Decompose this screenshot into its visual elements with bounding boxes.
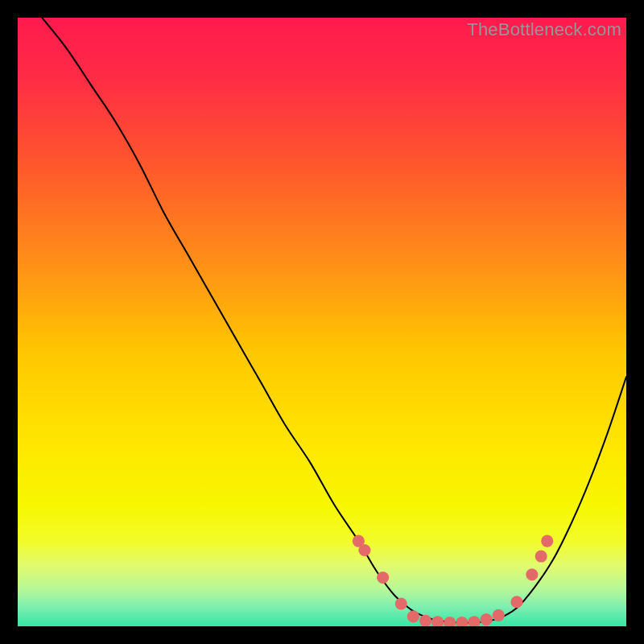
highlight-dot — [481, 613, 493, 625]
highlight-dot — [377, 572, 389, 584]
chart-background — [18, 18, 626, 626]
highlight-dot — [526, 568, 538, 580]
highlight-dot — [395, 597, 407, 609]
highlight-dot — [541, 535, 553, 547]
chart-svg — [18, 18, 626, 626]
watermark-text: TheBottleneck.com — [467, 19, 621, 40]
highlight-dot — [358, 544, 370, 556]
highlight-dot — [510, 596, 522, 608]
highlight-dot — [407, 610, 419, 622]
highlight-dot — [535, 551, 547, 563]
highlight-dot — [493, 609, 505, 621]
chart-frame: TheBottleneck.com — [18, 18, 626, 626]
